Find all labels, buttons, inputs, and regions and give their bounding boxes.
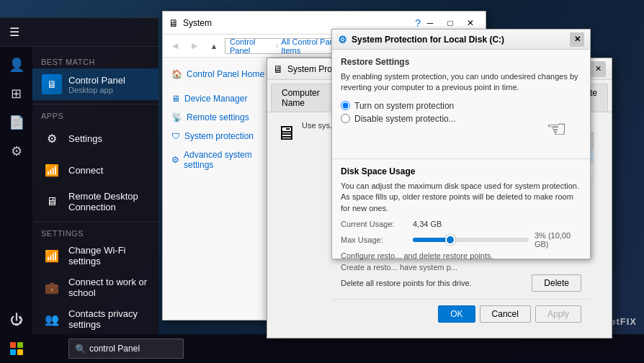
start-item-work[interactable]: 💼 Connect to work or school	[32, 272, 158, 303]
ok-button[interactable]: OK	[438, 305, 475, 323]
start-item-wifi[interactable]: 📶 Change Wi-Fi settings	[32, 240, 158, 272]
cursor-area: ☞	[341, 130, 581, 151]
sidebar-docs-icon[interactable]: 📄	[0, 108, 32, 137]
cp-nav-device-manager[interactable]: 🖥 Device Manager	[163, 89, 277, 108]
radio-disable[interactable]: Disable system protectio...	[341, 114, 581, 124]
radio-off-label: Disable system protectio...	[354, 114, 456, 124]
start-sidebar: 👤 ⊞ 📄 ⚙ ⏻	[0, 47, 32, 334]
start-item-contacts[interactable]: 👥 Contacts privacy settings	[32, 303, 158, 334]
radio-turn-on[interactable]: Turn on system protection	[341, 101, 581, 111]
work-icon: 💼	[41, 277, 63, 298]
restore-description: By enabling system protection, you can u…	[341, 71, 581, 94]
sidebar-user-icon[interactable]: 👤	[0, 50, 32, 79]
radio-off-input[interactable]	[341, 114, 350, 123]
connect-label: Connect	[68, 165, 103, 176]
configure-link: Configure resto... and delete restore po…	[341, 251, 581, 260]
home-icon: 🏠	[171, 69, 182, 79]
back-button[interactable]: ◀	[166, 37, 184, 55]
start-button[interactable]	[0, 334, 32, 363]
settings-icon: ⚙	[41, 127, 63, 149]
best-match-label: Best match	[32, 54, 158, 68]
sidebar-settings-icon[interactable]: ⚙	[0, 137, 32, 166]
cp-sidebar: 🏠 Control Panel Home 🖥 Device Manager 📡 …	[163, 58, 278, 320]
create-link: Create a resto... have system p...	[341, 263, 581, 272]
cancel-button[interactable]: Cancel	[480, 305, 531, 323]
addr-control-panel[interactable]: Control Panel	[230, 37, 273, 55]
restore-header-icon: ⚙	[338, 34, 347, 45]
settings-section-label: Settings	[32, 225, 158, 240]
restore-panel-header: ⚙ System Protection for Local Disk (C:) …	[332, 30, 590, 50]
cp-nav-system-protection[interactable]: 🛡 System protection	[163, 127, 277, 145]
wifi-label: Change Wi-Fi settings	[68, 245, 150, 266]
start-item-settings[interactable]: ⚙ Settings	[32, 122, 158, 154]
taskbar: 🔍	[0, 334, 644, 363]
cp-help-icon[interactable]: ?	[415, 17, 421, 29]
restore-settings-panel: ⚙ System Protection for Local Disk (C:) …	[331, 29, 591, 259]
contacts-label: Contacts privacy settings	[68, 308, 150, 330]
radio-on-label: Turn on system protection	[354, 101, 454, 111]
protection-icon: 🛡	[171, 131, 180, 141]
disk-space-desc: You can adjust the maximum disk space us…	[341, 181, 581, 214]
hamburger-icon[interactable]: ☰	[6, 22, 23, 42]
current-usage-value: 4,34 GB	[413, 220, 442, 228]
contacts-icon: 👥	[41, 308, 63, 330]
disk-space-title: Disk Space Usage	[341, 166, 581, 176]
start-item-remote-desktop[interactable]: 🖥 Remote Desktop Connection	[32, 186, 158, 218]
cp-title-icon: 🖥	[169, 17, 179, 29]
restore-settings-title: Restore Settings	[341, 57, 581, 67]
cursor-hand-icon: ☞	[546, 115, 567, 143]
max-usage-row: Max Usage: 3% (10,00 GB)	[341, 231, 581, 248]
max-usage-pct: 3% (10,00 GB)	[535, 231, 581, 248]
remote-icon: 📡	[171, 112, 182, 122]
taskbar-search-input[interactable]	[89, 344, 176, 354]
control-panel-icon: 🖥	[41, 73, 63, 95]
max-usage-label: Max Usage:	[341, 236, 413, 244]
radio-on-input[interactable]	[341, 101, 350, 110]
disk-space-section: Disk Space Usage You can adjust the maxi…	[332, 158, 590, 299]
sm-divider-2	[32, 221, 158, 222]
cp-nav-home[interactable]: 🏠 Control Panel Home	[163, 65, 277, 84]
current-usage-label: Current Usage:	[341, 220, 413, 228]
sidebar-power-icon[interactable]: ⏻	[0, 305, 32, 334]
start-item-control-panel[interactable]: 🖥 Control Panel Desktop app	[32, 68, 158, 100]
desktop: ☰ 👤 ⊞ 📄 ⚙ ⏻ Best match 🖥	[0, 0, 644, 363]
cp-nav-remote[interactable]: 📡 Remote settings	[163, 108, 277, 127]
sidebar-grid-icon[interactable]: ⊞	[0, 79, 32, 108]
slider-fill	[413, 238, 447, 242]
taskbar-search-icon: 🔍	[75, 344, 86, 354]
work-label: Connect to work or school	[68, 277, 150, 298]
settings-label: Settings	[68, 133, 102, 144]
protection-main-icon: 🖥	[276, 121, 296, 145]
wifi-icon: 📶	[41, 245, 63, 266]
advanced-icon: ⚙	[171, 155, 179, 165]
sys-props-icon: 🖥	[273, 63, 283, 75]
apps-label: Apps	[32, 108, 158, 122]
restore-radio-group: Turn on system protection Disable system…	[341, 101, 581, 124]
sm-divider-1	[32, 104, 158, 104]
device-manager-icon: 🖥	[171, 94, 180, 104]
windows-logo-icon	[10, 342, 23, 355]
restore-close-button[interactable]: ✕	[570, 32, 584, 47]
forward-button[interactable]: ▶	[186, 37, 203, 55]
cp-item-sublabel: Desktop app	[68, 86, 125, 94]
start-menu: ☰ 👤 ⊞ 📄 ⚙ ⏻ Best match 🖥	[0, 17, 158, 334]
delete-desc: Delete all restore points for this drive…	[341, 279, 472, 287]
cp-title-text: System	[183, 18, 415, 28]
current-usage-row: Current Usage: 4,34 GB	[341, 220, 581, 228]
start-item-connect[interactable]: 📶 Connect	[32, 154, 158, 186]
connect-icon: 📶	[41, 159, 63, 181]
delete-button[interactable]: Delete	[532, 274, 581, 292]
restore-panel-title: System Protection for Local Disk (C:)	[352, 35, 504, 45]
up-button[interactable]: ▲	[205, 37, 223, 55]
remote-desktop-label: Remote Desktop Connection	[68, 191, 150, 212]
sys-props-close[interactable]: ✕	[590, 61, 606, 77]
remote-desktop-icon: 🖥	[41, 191, 63, 212]
taskbar-search-box[interactable]: 🔍	[68, 339, 184, 359]
max-usage-slider[interactable]	[413, 238, 529, 242]
start-main-area: Best match 🖥 Control Panel Desktop app A…	[32, 47, 158, 334]
slider-thumb[interactable]	[445, 235, 455, 245]
cp-nav-advanced[interactable]: ⚙ Advanced system settings	[163, 145, 277, 174]
apply-button[interactable]: Apply	[535, 305, 581, 323]
restore-dialog-footer: OK Cancel Apply	[332, 299, 590, 328]
cp-item-label: Control Panel	[68, 75, 125, 86]
